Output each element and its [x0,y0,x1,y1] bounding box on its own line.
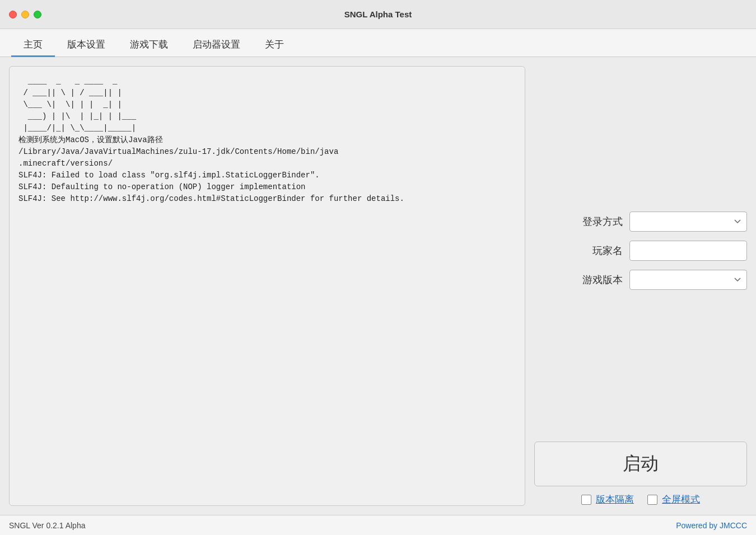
isolation-checkbox-item[interactable]: 版本隔离 [581,493,634,506]
player-row: 玩家名 [534,241,747,261]
window-title: SNGL Alpha Test [344,10,412,19]
main-content: ____ _ _ ____ _ / ___|| \ | / ___|| | \_… [0,57,756,515]
version-text: SNGL Ver 0.2.1 Alpha [9,521,85,530]
powered-by-text: Powered by JMCCC [676,521,747,530]
login-label: 登录方式 [582,215,623,228]
nav-item-game-download[interactable]: 游戏下载 [118,34,180,57]
statusbar: SNGL Ver 0.2.1 Alpha Powered by JMCCC [0,515,756,535]
version-row: 游戏版本 [534,270,747,290]
player-label: 玩家名 [592,244,623,257]
isolation-checkbox[interactable] [581,495,591,505]
console-output: ____ _ _ ____ _ / ___|| \ | / ___|| | \_… [18,76,516,205]
titlebar: SNGL Alpha Test [0,0,756,29]
version-label: 游戏版本 [582,273,623,287]
navbar: 主页 版本设置 游戏下载 启动器设置 关于 [0,29,756,57]
form-section: 登录方式 玩家名 游戏版本 [534,66,747,435]
minimize-button[interactable] [21,11,29,18]
close-button[interactable] [9,11,17,18]
nav-item-version-settings[interactable]: 版本设置 [55,34,118,57]
bottom-checkboxes: 版本隔离 全屏模式 [534,493,747,506]
fullscreen-checkbox[interactable] [647,495,657,505]
right-panel: 登录方式 玩家名 游戏版本 启动 [534,66,747,506]
nav-item-launcher-settings[interactable]: 启动器设置 [180,34,253,57]
fullscreen-checkbox-item[interactable]: 全屏模式 [647,493,700,506]
window-controls [9,11,41,18]
login-select[interactable] [629,212,747,232]
console-panel: ____ _ _ ____ _ / ___|| \ | / ___|| | \_… [9,66,525,506]
login-row: 登录方式 [534,212,747,232]
fullscreen-label: 全屏模式 [662,493,700,506]
nav-item-about[interactable]: 关于 [253,34,296,57]
launch-button[interactable]: 启动 [534,442,747,486]
maximize-button[interactable] [34,11,41,18]
version-select[interactable] [629,270,747,290]
player-input[interactable] [629,241,747,261]
nav-item-home[interactable]: 主页 [11,34,55,57]
isolation-label: 版本隔离 [596,493,634,506]
